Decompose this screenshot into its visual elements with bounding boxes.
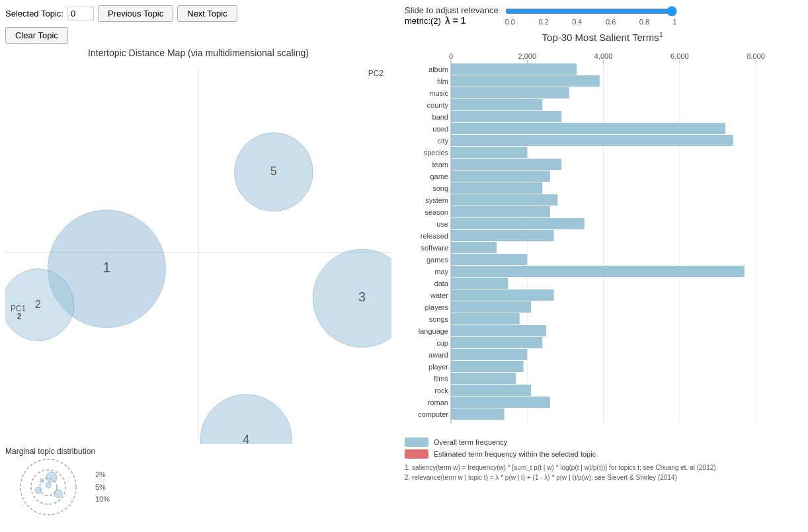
bar-label-album: album: [428, 65, 448, 73]
next-topic-button[interactable]: Next Topic: [177, 5, 237, 22]
bar-overall-player: [451, 361, 524, 372]
svg-text:0: 0: [449, 52, 453, 60]
bar-overall-released: [451, 230, 554, 241]
legend-10pct: 10%: [95, 493, 110, 506]
legend-overall-label: Overall term frequency: [434, 438, 507, 446]
bar-label-season: season: [425, 208, 448, 216]
pc2-axis-label: PC2: [368, 69, 384, 78]
legend-5pct: 5%: [95, 481, 110, 494]
topic-input[interactable]: [67, 7, 94, 20]
bar-label-use: use: [436, 220, 448, 228]
legend-overall-box: [405, 437, 428, 447]
map-title: Intertopic Distance Map (via multidimens…: [5, 48, 391, 58]
bar-overall-data: [451, 278, 508, 289]
footnote-2: 2. relevance(term w | topic t) = λ * p(w…: [405, 473, 800, 482]
map-area: PC2 1 2 3 4 5 PC1 2: [5, 61, 391, 444]
bar-label-award: award: [428, 351, 448, 359]
bar-label-films: films: [433, 375, 448, 383]
bar-overall-county: [451, 99, 542, 110]
bar-overall-used: [451, 123, 725, 134]
marginal-distribution: Marginal topic distribution 2% 5% 10%: [5, 447, 391, 517]
tick-0: 0.0: [505, 18, 515, 26]
svg-point-7: [54, 490, 62, 498]
bar-label-system: system: [425, 196, 448, 204]
bar-label-player: player: [428, 363, 448, 371]
tick-1: 1: [672, 18, 676, 26]
bar-label-computer: computer: [418, 410, 448, 418]
bar-overall-cup: [451, 337, 542, 348]
bar-overall-music: [451, 87, 569, 98]
bar-label-film: film: [437, 77, 448, 85]
bar-label-species: species: [424, 149, 449, 157]
intertopic-map-svg: 1 2 3 4 5 PC1 2: [5, 61, 391, 444]
slider-ticks: 0.0 0.2 0.4 0.6 0.8 1: [505, 18, 677, 26]
relevance-slider[interactable]: [505, 6, 677, 17]
bar-label-roman: roman: [428, 399, 448, 406]
bar-overall-use: [451, 218, 585, 229]
bar-label-county: county: [427, 101, 449, 109]
bar-overall-film: [451, 75, 600, 87]
legend-area: Overall term frequency Estimated term fr…: [405, 437, 800, 459]
bar-overall-team: [451, 159, 561, 170]
bar-label-city: city: [438, 137, 449, 145]
legend-topic: Estimated term frequency within the sele…: [405, 449, 800, 459]
topic-circle-3[interactable]: [313, 249, 391, 347]
prev-topic-button[interactable]: Previous Topic: [98, 5, 173, 22]
marginal-title: Marginal topic distribution: [5, 447, 391, 456]
bar-label-used: used: [432, 125, 448, 133]
svg-point-5: [46, 472, 57, 482]
chart-title: Top-30 Most Salient Terms1: [405, 31, 800, 43]
topic-label-5: 5: [270, 165, 277, 178]
bar-label-water: water: [430, 291, 448, 299]
svg-text:2,000: 2,000: [518, 52, 537, 60]
slider-area: Slide to adjust relevance metric:(2) λ =…: [405, 5, 800, 26]
chart-title-text: Top-30 Most Salient Terms: [542, 32, 659, 43]
bar-label-software: software: [421, 244, 448, 252]
svg-point-9: [40, 478, 44, 482]
bar-label-language: language: [419, 327, 448, 335]
bar-overall-players: [451, 301, 531, 313]
bar-label-music: music: [429, 89, 448, 97]
slider-text-group: Slide to adjust relevance metric:(2) λ =…: [405, 5, 499, 26]
bar-overall-game: [451, 171, 550, 182]
marginal-svg: [5, 457, 91, 517]
topic-label-1: 1: [102, 259, 110, 276]
legend-topic-label: Estimated term frequency within the sele…: [434, 450, 596, 458]
bar-label-cup: cup: [436, 339, 448, 347]
bar-overall-season: [451, 206, 550, 217]
marginal-legend: 2% 5% 10%: [95, 469, 110, 506]
right-panel: Slide to adjust relevance metric:(2) λ =…: [397, 0, 808, 532]
bar-overall-language: [451, 325, 546, 336]
bar-overall-water: [451, 289, 554, 301]
bar-overall-city: [451, 135, 733, 146]
bar-label-team: team: [432, 161, 448, 169]
pc1-number: 2: [17, 312, 22, 321]
bar-label-may: may: [434, 268, 448, 276]
bar-overall-may: [451, 266, 745, 277]
slide-label: Slide to adjust relevance: [405, 5, 499, 15]
metric-label: metric:(2): [405, 16, 441, 26]
legend-overall: Overall term frequency: [405, 437, 800, 447]
bar-overall-band: [451, 111, 561, 122]
controls-row: Selected Topic: Previous Topic Next Topi…: [5, 5, 391, 22]
bar-overall-system: [451, 194, 557, 206]
svg-text:6,000: 6,000: [670, 52, 689, 60]
selected-topic-label: Selected Topic:: [5, 9, 63, 19]
bar-overall-song: [451, 182, 542, 194]
bar-label-band: band: [432, 113, 448, 121]
bar-label-games: games: [426, 256, 449, 264]
bar-chart-svg: 02,0004,0006,0008,000albumfilmmusiccount…: [405, 47, 782, 430]
bar-overall-songs: [451, 313, 520, 324]
slider-container[interactable]: 0.0 0.2 0.4 0.6 0.8 1: [505, 6, 677, 26]
tick-04: 0.4: [572, 18, 582, 26]
svg-text:4,000: 4,000: [594, 52, 613, 60]
footnote-area: 1. saliency(term w) = frequency(w) * [su…: [405, 463, 800, 482]
tick-06: 0.6: [606, 18, 616, 26]
topic-label-3: 3: [358, 289, 366, 304]
svg-text:8,000: 8,000: [747, 52, 765, 60]
marginal-area: 2% 5% 10%: [5, 457, 391, 517]
lambda-label: λ = 1: [445, 15, 466, 26]
bar-overall-films: [451, 373, 516, 384]
clear-topic-button[interactable]: Clear Topic: [5, 27, 68, 44]
bar-overall-games: [451, 254, 527, 265]
